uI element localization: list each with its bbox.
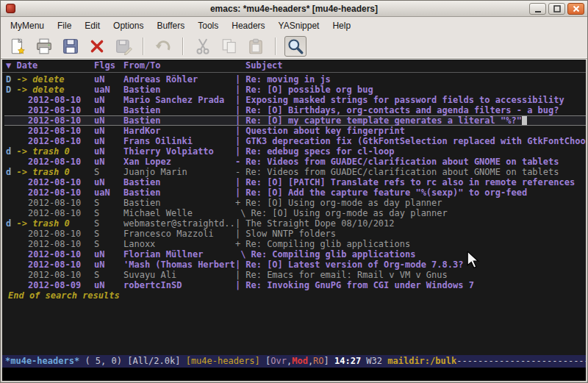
search-icon[interactable] [284,36,306,57]
menu-item-help[interactable]: Help [326,18,357,33]
message-row[interactable]: 2012-08-10uNBastien|Re: [O] Birthdays, o… [4,105,586,115]
thread-indicator: | [235,187,240,198]
menu-item-edit[interactable]: Edit [78,18,107,33]
message-row[interactable]: 2012-08-10uNFlorian Müllner \Re: Compili… [4,249,586,259]
message-flags: S [94,239,123,249]
window-title: emacs: *mu4e-headers* [mu4e-headers] [1,4,587,14]
message-flags: uaN [94,85,123,95]
message-from: Bastien [123,177,235,187]
title-bar[interactable]: emacs: *mu4e-headers* [mu4e-headers] [1,1,587,17]
message-date: 2012-08-10 [4,249,94,259]
message-date: 2012-08-10 [4,270,94,280]
copy-icon[interactable] [218,36,240,57]
message-from: Bastien [123,115,235,126]
message-subject: |The Straight Dope 08/10/2012 [235,218,586,229]
message-row[interactable]: 2012-08-09uNrobertcInSD|Re: Invoking Gnu… [4,280,586,290]
message-from: HardKor [123,126,235,136]
end-of-search-results: End of search results [4,290,586,301]
modeline-text: ] [324,356,334,366]
thread-indicator: | [235,95,240,105]
menu-item-headers[interactable]: Headers [225,18,271,33]
message-flags: uN [94,146,123,157]
message-from: Francesco Mazzoli [123,229,235,239]
message-from: 'Mash (Thomas Herbert) [123,259,235,270]
menu-item-yasnippet[interactable]: YASnippet [272,18,326,33]
message-row[interactable]: D -> deleteuaNBastien|Re: [O] possible o… [4,85,586,95]
message-subject: -Re: Videos from GUADEC/clarification ab… [235,157,586,167]
message-row[interactable]: 2012-08-10SMichael Welle \Re: [O] Using … [4,208,586,218]
save-icon[interactable] [60,36,82,57]
message-row[interactable]: 2012-08-10uN'Mash (Thomas Herbert)|Re: [… [4,259,586,270]
message-row[interactable]: 2012-08-10uNBastien|Re: [O] my capture t… [4,115,586,126]
thread-indicator: | [235,115,240,126]
message-subject: |Exposing masked strings for password fi… [235,95,586,105]
message-row[interactable]: 2012-08-10uNHardKor|Question about key f… [4,126,586,136]
print-icon[interactable] [33,36,55,57]
message-subject: |Re: Invoking GnuPG from CGI under Windo… [235,280,586,290]
modeline-mod: Mod [292,356,308,366]
message-date: 2012-08-10 [4,229,94,239]
message-row[interactable]: 2012-08-10uNBastien|Re: [O] [PATCH] Tran… [4,177,586,187]
message-row[interactable]: 2012-08-10SSuvayu Ali|Re: Emacs for emai… [4,270,586,280]
thread-indicator: | [235,177,240,187]
message-row[interactable]: 2012-08-10SBastien+Re: [O] Using org-mod… [4,198,586,208]
message-row[interactable]: d -> trash 0uNThierry Volpiatto|Re: edeb… [4,146,586,157]
message-subject: |Re: [O] possible org bug [235,85,586,95]
message-row[interactable]: 2012-08-10SFrancesco Mazzoli|Slow NNTP f… [4,229,586,239]
message-row[interactable]: 2012-08-10uNMario Sanchez Prada|Exposing… [4,95,586,105]
message-from: Michael Welle [123,208,235,218]
menu-item-buffers[interactable]: Buffers [150,18,191,33]
modeline-text: ----------------------------------------… [456,356,586,366]
paste-icon[interactable] [245,36,267,57]
message-from: Bastien [123,85,235,95]
message-from: Juanjo Marin [123,167,235,177]
menu-item-options[interactable]: Options [107,18,150,33]
thread-indicator: | [235,74,240,85]
thread-indicator: \ [235,208,245,218]
message-date: 2012-08-10 [4,239,94,249]
new-file-icon[interactable] [7,36,29,57]
message-date: 2012-08-10 [4,136,94,146]
message-subject: +Re: [O] Using org-mode as day planner [235,198,586,208]
message-flags: S [94,198,123,208]
message-row[interactable]: 2012-08-10uNXan Lopez-Re: Videos from GU… [4,157,586,167]
message-flags: uN [94,249,123,259]
window-controls [529,3,584,15]
message-list: D -> deleteuNAndreas Röhler|Re: moving i… [2,73,586,355]
message-from: webmaster@straightd... [123,218,235,229]
message-from: Bastien [123,105,235,115]
message-date: 2012-08-10 [4,208,94,218]
message-from: robertcInSD [123,280,235,290]
message-row[interactable]: 2012-08-10uaNBastien|Re: [O] Add the cap… [4,187,586,198]
close-button[interactable] [567,3,584,15]
menu-item-file[interactable]: File [51,18,78,33]
message-subject: |Re: edebug specs for cl-loop [235,146,586,157]
emacs-frame: ▼ Date Flgs From/To Subject D -> deleteu… [1,59,587,382]
modeline-time: 14:27 [334,356,361,366]
message-row[interactable]: 2012-08-10uNFrans Oilinki|GTK3 deprecati… [4,136,586,146]
undo-icon[interactable] [152,36,174,57]
close-icon[interactable] [86,36,108,57]
cut-icon[interactable] [192,36,214,57]
message-from: Xan Lopez [123,157,235,167]
thread-indicator: - [235,157,240,167]
message-mark: d -> trash 0 [4,218,94,229]
save-as-icon[interactable] [112,36,135,57]
minimize-button[interactable] [529,3,546,15]
message-row[interactable]: d -> trash 0Swebmaster@straightd...|The … [4,218,586,229]
message-flags: S [94,270,123,280]
message-row[interactable]: D -> deleteuNAndreas Röhler|Re: moving i… [4,74,586,85]
message-subject: |Re: Emacs for email: Rmail v VM v Gnus [235,270,586,280]
message-from: Suvayu Ali [123,270,235,280]
message-flags: uN [94,259,123,270]
message-mark: D -> delete [4,74,94,85]
menu-item-mymenu[interactable]: MyMenu [4,18,51,33]
thread-indicator: - [235,167,240,177]
mode-line[interactable]: *mu4e-headers* ( 5, 0) [All/2.0k] [mu4e-… [2,355,586,368]
message-row[interactable]: 2012-08-10SLanoxx+Re: Compiling glib app… [4,239,586,249]
menu-item-tools[interactable]: Tools [191,18,225,33]
echo-area[interactable] [2,368,586,381]
message-flags: S [94,229,123,239]
maximize-button[interactable] [548,3,565,15]
message-row[interactable]: d -> trash 0SJuanjo Marin-Re: Videos fro… [4,167,586,177]
